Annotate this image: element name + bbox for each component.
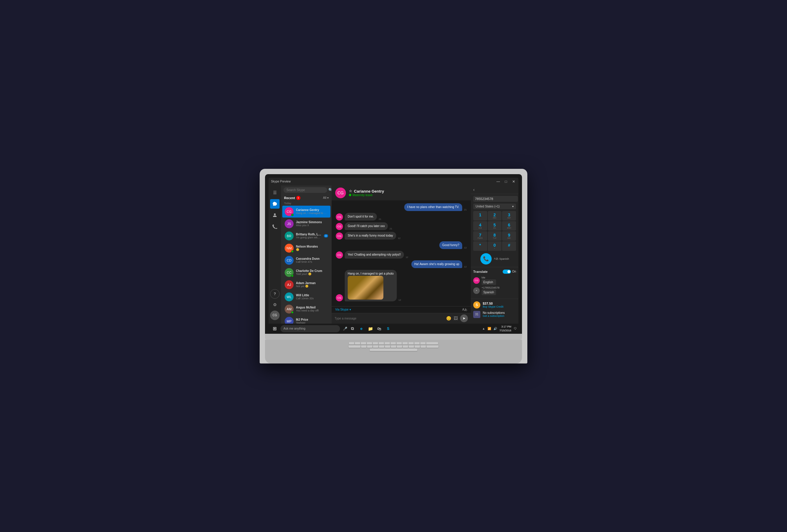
key-*[interactable]: * [473,241,487,251]
message-input[interactable] [335,317,444,320]
search-icon[interactable]: 🔍 [328,188,332,192]
taskbar-network: 📶 [488,327,491,330]
contact-item[interactable]: MPMJ PriceTeehee! [282,315,331,324]
store-icon[interactable]: 🛍 [376,326,383,332]
contact-name: MJ Price [296,318,328,321]
online-indicator [291,311,294,314]
contact-preview: You need a day off! [296,309,328,312]
user-avatar[interactable]: CG [270,311,280,320]
contacts-icon[interactable] [270,210,280,220]
menu-icon[interactable]: ☰ [270,188,280,197]
settings-icon[interactable]: ⚙ [270,300,280,309]
message-bubble: Hang on, I managed to get a photo [345,270,397,302]
send-button[interactable]: ➤ [460,314,468,322]
chat-icon[interactable] [270,199,280,209]
files-icon[interactable]: 📁 [367,326,374,332]
get-sub-link[interactable]: Get a subscription [483,314,516,317]
online-indicator [291,274,294,277]
taskbar-time: 3:17 PM 7/15/2016 [499,325,511,332]
key-4[interactable]: 4GHI [473,221,487,230]
message-time: 12 [398,237,401,240]
message-row: CGYes! Chatting and attempting roly poly… [336,251,467,259]
via-skype-selector[interactable]: Via Skype ▾ [335,308,351,311]
recent-label: Recent 1 [284,196,300,200]
contact-info: Carianne GentryHang on, I managed to get… [296,208,328,215]
key-0[interactable]: 0• [488,241,502,251]
edge-icon[interactable]: e [358,326,365,332]
emoji-icon[interactable]: 😊 [446,316,451,321]
minimize-button[interactable]: — [496,179,501,184]
key-sub-label: DEF [507,217,511,219]
key-main-label: 8 [493,233,496,237]
message-time: 12 [464,265,467,268]
contact-avatar: AM [285,305,294,314]
contact-item[interactable]: NMNelson Morales😊 [282,242,331,254]
key-sub-label: MNO [507,227,511,229]
toggle-knob [507,270,510,273]
message-time: 21 [390,227,392,230]
country-chevron: ▾ [512,205,514,208]
toggle-switch[interactable] [503,270,511,274]
call-button[interactable]: 📞 [480,253,492,265]
contact-item[interactable]: WLWill LittleCall 10min 32s [282,291,331,303]
buy-credit-link[interactable]: Buy Skype Credit [483,305,516,308]
contact-name: Will Little [296,294,328,297]
credit-info: $37.50 Buy Skype Credit [483,302,516,308]
dialer-number-input[interactable] [473,196,518,202]
task-view-icon[interactable]: ⧉ [349,326,356,332]
contact-item[interactable]: AMAngus McNeilYou need a day off! [282,303,331,315]
message-bubble: Yes! Chatting and attempting roly polys!… [345,251,404,259]
contact-item[interactable]: JSJazmine SimmonsMiss you X [282,218,331,230]
start-button[interactable]: ⊞ [270,325,279,333]
key-6[interactable]: 6MNO [502,221,516,230]
contact-avatar: BR [285,231,294,240]
contact-item[interactable]: CCCharlotte De CrumTold you!! 😊 [282,267,331,279]
image-icon[interactable]: 🖼 [453,316,458,321]
dialer-input-row: ⌫ [471,194,518,204]
contact-item[interactable]: CDCassandra DunnCall 5min 47s [282,254,331,266]
contact-lang-row: + +17855234578 Spanish English French [473,286,516,295]
me-lang-selector[interactable]: English Spanish French [482,280,496,285]
message-bubble: She's in a really funny mood today [345,232,396,240]
skype-icon[interactable]: S [385,326,391,332]
taskbar-notification[interactable]: 🗨 [514,327,517,330]
key-2[interactable]: 2ABC [488,211,502,221]
contact-scroll: CGCarianne GentryHang on, I managed to g… [281,205,332,324]
help-icon[interactable]: ? [270,289,280,299]
star-icon[interactable]: ☆ [349,189,352,193]
key-7[interactable]: 7PQRS [473,231,487,241]
key-sub-label: GHI [478,227,482,229]
maximize-button[interactable]: □ [504,179,508,184]
call-lang-label: Spanish [499,258,509,260]
translate-toggle[interactable]: On [503,270,516,274]
key-5[interactable]: 5JKL [488,221,502,230]
key-3[interactable]: 3DEF [502,211,516,221]
key-1[interactable]: 1 [473,211,487,221]
chat-header-avatar: CG [335,187,346,198]
dial-icon[interactable] [270,222,280,231]
panel-back-button[interactable]: ‹ [473,187,475,192]
contact-number-label: +17855234578 [482,286,516,289]
search-input[interactable] [283,187,327,193]
contact-info: Adam JarmanNot yet 😊 [296,282,328,288]
contact-item[interactable]: AJAdam JarmanNot yet 😊 [282,279,331,291]
contact-item[interactable]: BRBrittany Roth, Lucy Holcomb, S...I'm g… [282,230,331,242]
country-selector[interactable]: United States (+1) ▾ [473,204,516,209]
all-filter[interactable]: All ▾ [323,196,329,199]
panel-header: ‹ [471,185,518,194]
mic-icon[interactable]: 🎤 [343,327,347,331]
contact-name: Nelson Morales [296,245,328,248]
key-9[interactable]: 9ABC [502,231,516,241]
key-#[interactable]: # [502,241,516,251]
key-8[interactable]: 8TUV [488,231,502,241]
me-lang-row: CG Me English Spanish French [473,276,516,285]
contact-item[interactable]: CGCarianne GentryHang on, I managed to g… [282,206,331,218]
taskbar-search[interactable]: Ask me anything [280,325,340,332]
contact-preview: Not yet 😊 [296,285,328,288]
close-button[interactable]: ✕ [511,179,516,184]
contact-preview: Call 5min 47s [296,260,328,263]
online-status-dot [349,194,351,196]
contact-lang-selector[interactable]: Spanish English French [482,289,496,295]
key-main-label: 6 [508,223,510,227]
translate-toggle-icon[interactable]: Aあ [462,308,467,312]
